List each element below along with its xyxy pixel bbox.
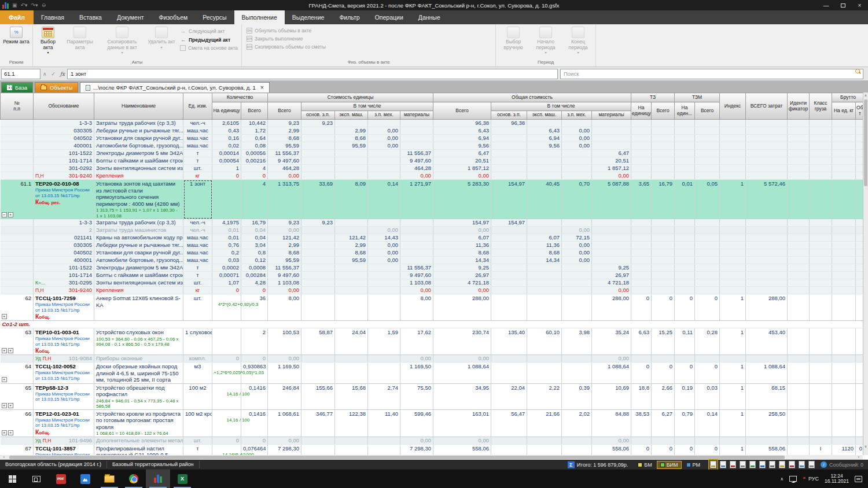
fx-icon[interactable]: ƒx (60, 71, 65, 77)
value-cell[interactable] (788, 363, 810, 384)
value-cell[interactable] (810, 172, 832, 180)
value-cell[interactable] (810, 328, 832, 355)
value-cell[interactable] (810, 180, 832, 219)
value-cell[interactable]: 72,15 (562, 234, 592, 242)
doc-toggle-6-icon[interactable] (759, 461, 766, 468)
value-cell[interactable] (562, 172, 592, 180)
value-cell[interactable] (788, 180, 810, 219)
value-cell[interactable] (675, 120, 695, 127)
value-cell[interactable]: 154,97 (491, 219, 527, 227)
value-cell[interactable] (695, 249, 720, 257)
resource-row[interactable]: 400001Автомобили бортовые, грузопод...ма… (1, 142, 863, 150)
value-cell[interactable]: 558,06 (746, 444, 788, 455)
value-cell[interactable]: 1 (720, 444, 746, 455)
value-cell[interactable]: 288,00 (433, 294, 491, 321)
value-cell[interactable] (746, 127, 788, 135)
value-cell[interactable] (652, 135, 675, 142)
value-cell[interactable] (335, 264, 368, 272)
value-cell[interactable]: 11 556,37 (268, 264, 301, 272)
value-cell[interactable] (631, 264, 652, 272)
value-cell[interactable] (675, 150, 695, 157)
value-cell[interactable] (810, 279, 832, 287)
doc-toggle-7-icon[interactable] (769, 461, 775, 468)
resource-row[interactable]: 101-1522Электроды диаметром 5 мм Э42Ат0,… (1, 264, 863, 272)
value-cell[interactable] (856, 363, 863, 384)
value-cell[interactable] (720, 227, 746, 234)
value-cell[interactable] (301, 444, 335, 455)
value-cell[interactable] (592, 227, 631, 234)
vertical-scrollbar[interactable]: ∧ ∨ (863, 93, 868, 455)
value-cell[interactable] (695, 120, 720, 127)
value-cell[interactable] (856, 180, 863, 219)
doc-tab-base[interactable]: База (1, 82, 33, 93)
task-view-taskbar-button[interactable] (24, 469, 49, 488)
doc-tab-document[interactable]: ...\после ФКР ФАКТ_Сокольский р-н, г.Сок… (80, 82, 269, 93)
value-cell[interactable]: 11,36 (433, 242, 491, 249)
value-cell[interactable] (368, 157, 400, 165)
menu-tab-операции[interactable]: Операции (367, 10, 411, 24)
value-cell[interactable] (695, 219, 720, 227)
resource-row[interactable]: УдП,Н101-9496Дополнительные элементы мет… (1, 437, 863, 444)
value-cell[interactable] (400, 242, 433, 249)
value-cell[interactable]: 8,68 (335, 249, 368, 257)
value-cell[interactable] (491, 157, 527, 165)
value-cell[interactable] (491, 150, 527, 157)
value-cell[interactable] (301, 127, 335, 135)
value-cell[interactable] (675, 127, 695, 135)
menu-tab-вставка[interactable]: Вставка (72, 10, 109, 24)
value-cell[interactable] (832, 135, 856, 142)
value-cell[interactable] (301, 135, 335, 142)
value-cell[interactable] (856, 264, 863, 272)
value-cell[interactable] (788, 219, 810, 227)
collapse-icon[interactable]: ∧ (43, 71, 47, 77)
value-cell[interactable]: 1 857,12 (433, 165, 491, 172)
value-cell[interactable] (527, 279, 562, 287)
value-cell[interactable]: 1 271,97 (400, 180, 433, 219)
ribbon-button[interactable]: %Режим акта (1, 25, 31, 59)
value-cell[interactable]: 0,00 (562, 249, 592, 257)
value-cell[interactable] (368, 264, 400, 272)
value-cell[interactable]: 96,38 (491, 120, 527, 127)
value-cell[interactable]: 1 (720, 383, 746, 409)
value-cell[interactable]: 9,23 (301, 120, 335, 127)
value-cell[interactable] (368, 444, 400, 455)
value-cell[interactable] (832, 249, 856, 257)
value-cell[interactable]: 0 (675, 444, 695, 455)
ribbon-small-button[interactable]: ←Предыдущий акт (180, 36, 238, 43)
value-cell[interactable] (810, 127, 832, 135)
doc-toggle-9-icon[interactable] (789, 461, 795, 468)
value-cell[interactable] (652, 287, 675, 294)
value-cell[interactable]: 0,64 (241, 135, 268, 142)
menu-tab-файл[interactable]: Файл (0, 10, 34, 24)
value-cell[interactable]: 10,69 (592, 383, 631, 409)
value-cell[interactable] (746, 142, 788, 150)
value-cell[interactable] (301, 355, 335, 363)
value-cell[interactable]: 0,00 (562, 227, 592, 234)
ribbon-button[interactable]: Выбор акта ▾ (34, 25, 62, 59)
value-cell[interactable] (856, 437, 863, 444)
value-cell[interactable]: 0 (212, 172, 241, 180)
value-cell[interactable]: 0 (652, 444, 675, 455)
value-cell[interactable] (720, 172, 746, 180)
value-cell[interactable] (527, 363, 562, 384)
value-cell[interactable] (788, 264, 810, 272)
value-cell[interactable]: 4 (241, 165, 268, 172)
value-cell[interactable] (368, 287, 400, 294)
value-cell[interactable] (832, 242, 856, 249)
value-cell[interactable] (832, 294, 856, 321)
collapse-row-icon[interactable]: − (2, 212, 7, 217)
value-cell[interactable] (335, 437, 368, 444)
value-cell[interactable] (856, 355, 863, 363)
value-cell[interactable]: 121,42 (268, 234, 301, 242)
value-cell[interactable] (856, 219, 863, 227)
value-cell[interactable] (675, 355, 695, 363)
value-cell[interactable]: 8,00 (268, 294, 301, 321)
value-cell[interactable] (810, 219, 832, 227)
value-cell[interactable]: 5 283,30 (433, 180, 491, 219)
value-cell[interactable] (720, 242, 746, 249)
value-cell[interactable]: 0,00056 (241, 150, 268, 157)
value-cell[interactable] (335, 157, 368, 165)
value-cell[interactable] (746, 234, 788, 242)
mode-chip-БИМ[interactable]: БИМ (657, 461, 682, 469)
value-cell[interactable] (631, 272, 652, 279)
